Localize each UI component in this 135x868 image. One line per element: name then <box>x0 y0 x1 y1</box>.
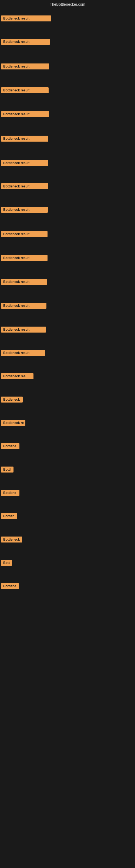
bottleneck-item[interactable]: Bottleneck <box>1 397 23 404</box>
bottleneck-label: Bottleneck result <box>1 111 49 117</box>
bottleneck-label: Bottleneck result <box>1 63 49 69</box>
bottleneck-label: Bottleneck <box>1 536 22 542</box>
bottleneck-item[interactable]: Bottlene <box>1 443 19 450</box>
bottleneck-item[interactable]: Bottleneck re <box>1 420 26 427</box>
bottleneck-label: Bottlene <box>1 583 19 589</box>
bottleneck-item[interactable]: Bottleneck result <box>1 87 49 94</box>
bottleneck-label: Bottl <box>1 467 13 472</box>
bottleneck-item[interactable]: Bottlen <box>1 513 17 520</box>
bottleneck-label: Bott <box>1 560 12 566</box>
bottleneck-item[interactable]: Bottleneck result <box>1 183 48 190</box>
bottleneck-label: Bottleneck result <box>1 160 48 166</box>
bottleneck-label: Bottleneck re <box>1 420 26 426</box>
bottleneck-item[interactable]: Bottleneck result <box>1 111 49 118</box>
bottleneck-label: Bottleneck result <box>1 279 47 285</box>
ellipsis-indicator: ... <box>1 741 3 744</box>
bottleneck-label: Bottleneck result <box>1 87 49 93</box>
bottleneck-item[interactable]: Bottleneck result <box>1 279 47 286</box>
bottleneck-item[interactable]: Bottleneck result <box>1 63 49 70</box>
bottleneck-label: Bottleneck result <box>1 183 48 189</box>
bottleneck-item[interactable]: Bottleneck result <box>1 255 48 262</box>
bottleneck-item[interactable]: Bottleneck result <box>1 207 48 214</box>
bottleneck-item[interactable]: Bottleneck result <box>1 231 48 238</box>
bottleneck-item[interactable]: Bottleneck result <box>1 16 51 23</box>
bottleneck-label: Bottleneck result <box>1 303 46 309</box>
bottleneck-item[interactable]: Bottl <box>1 467 13 474</box>
site-header: TheBottlenecker.com <box>0 0 135 8</box>
bottleneck-label: Bottleneck res <box>1 373 34 379</box>
bottleneck-item[interactable]: Bott <box>1 560 12 567</box>
bottleneck-item[interactable]: Bottleneck result <box>1 350 45 357</box>
bottleneck-label: Bottleneck result <box>1 350 45 356</box>
bottleneck-item[interactable]: Bottleneck result <box>1 327 46 334</box>
bottleneck-label: Bottlene <box>1 490 19 496</box>
bottleneck-label: Bottleneck <box>1 397 23 403</box>
bottleneck-label: Bottleneck result <box>1 16 51 22</box>
bottleneck-item[interactable]: Bottlene <box>1 490 19 497</box>
bottleneck-item[interactable]: Bottleneck result <box>1 135 48 143</box>
bottleneck-label: Bottleneck result <box>1 135 48 142</box>
bottleneck-label: Bottleneck result <box>1 231 48 237</box>
bottleneck-label: Bottlen <box>1 513 17 519</box>
site-title: TheBottlenecker.com <box>50 2 85 6</box>
bottleneck-label: Bottleneck result <box>1 207 48 213</box>
bottleneck-label: Bottlene <box>1 443 19 449</box>
bottleneck-label: Bottleneck result <box>1 39 50 45</box>
bottleneck-item[interactable]: Bottleneck result <box>1 160 48 167</box>
bottleneck-item[interactable]: Bottlene <box>1 583 19 590</box>
bottleneck-label: Bottleneck result <box>1 255 48 261</box>
bottleneck-item[interactable]: Bottleneck result <box>1 39 50 46</box>
bottleneck-item[interactable]: Bottleneck res <box>1 373 34 380</box>
bottleneck-label: Bottleneck result <box>1 327 46 333</box>
bottleneck-item[interactable]: Bottleneck <box>1 536 22 544</box>
bottleneck-item[interactable]: Bottleneck result <box>1 303 46 310</box>
